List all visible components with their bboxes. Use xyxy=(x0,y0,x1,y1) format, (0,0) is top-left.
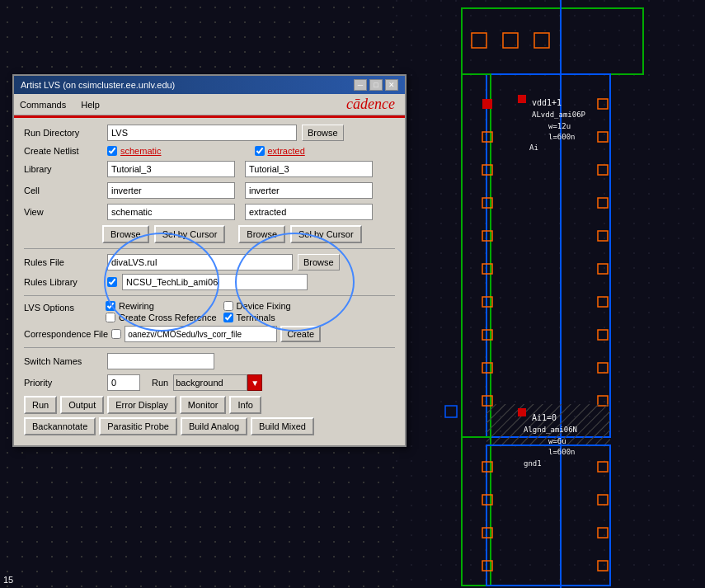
divider-2 xyxy=(24,295,395,296)
lvs-options-grid: Rewiring Device Fixing Create Cross Refe… xyxy=(106,301,334,322)
svg-text:ALvdd_ami06P: ALvdd_ami06P xyxy=(532,111,586,119)
svg-rect-30 xyxy=(518,95,526,103)
build-analog-button[interactable]: Build Analog xyxy=(181,417,247,435)
rules-file-label: Rules File xyxy=(24,257,102,267)
output-button[interactable]: Output xyxy=(60,396,104,414)
cadence-logo: cādence xyxy=(346,96,402,113)
rewiring-checkbox[interactable] xyxy=(106,301,115,311)
commands-menu[interactable]: Commands xyxy=(17,99,68,111)
titlebar: Artist LVS (on csimcluster.ee.unlv.edu) … xyxy=(14,76,405,94)
cell-row: Cell xyxy=(24,182,395,199)
run-button[interactable]: Run xyxy=(24,396,57,414)
divider-1 xyxy=(24,248,395,249)
svg-text:Ai1=0: Ai1=0 xyxy=(532,413,557,422)
run-directory-label: Run Directory xyxy=(24,128,102,138)
cross-reference-checkbox[interactable] xyxy=(106,313,115,322)
svg-rect-38 xyxy=(518,408,526,416)
browse-schematic-button[interactable]: Browse xyxy=(102,225,149,243)
run-directory-input[interactable] xyxy=(107,125,297,141)
device-fixing-option: Device Fixing xyxy=(223,301,335,311)
run-label: Run xyxy=(152,378,168,388)
browse-extracted-button[interactable]: Browse xyxy=(238,225,285,243)
svg-text:w=12u: w=12u xyxy=(548,122,571,130)
rules-file-input[interactable] xyxy=(107,254,293,270)
rules-file-browse-button[interactable]: Browse xyxy=(298,254,340,270)
rules-library-input[interactable] xyxy=(122,274,308,290)
svg-text:Ai: Ai xyxy=(529,143,538,152)
menubar: Commands Help cādence xyxy=(14,94,405,115)
rules-file-row: Rules File Browse xyxy=(24,254,395,270)
schematic-checkbox[interactable] xyxy=(107,146,117,156)
rules-library-checkbox[interactable] xyxy=(107,277,117,287)
correspondence-checkbox[interactable] xyxy=(111,329,121,339)
cell-extracted-input[interactable] xyxy=(245,182,373,199)
cell-schematic-input[interactable] xyxy=(107,182,235,199)
device-fixing-label: Device Fixing xyxy=(237,301,291,311)
device-fixing-checkbox[interactable] xyxy=(223,301,233,311)
svg-text:gnd1: gnd1 xyxy=(524,459,542,468)
maximize-button[interactable]: □ xyxy=(369,79,383,91)
minimize-button[interactable]: ─ xyxy=(354,79,367,91)
build-mixed-button[interactable]: Build Mixed xyxy=(251,417,314,435)
error-display-button[interactable]: Error Display xyxy=(107,396,176,414)
titlebar-text: Artist LVS (on csimcluster.ee.unlv.edu) xyxy=(21,80,175,90)
rules-library-row: Rules Library xyxy=(24,274,395,290)
terminals-checkbox[interactable] xyxy=(223,313,233,322)
library-label: Library xyxy=(24,164,102,174)
rules-library-label: Rules Library xyxy=(24,277,102,287)
svg-rect-10 xyxy=(482,99,492,109)
svg-text:l=600n: l=600n xyxy=(548,448,576,456)
run-directory-row: Run Directory Browse xyxy=(24,125,395,141)
view-row: View xyxy=(24,204,395,220)
sel-by-cursor-schematic-button[interactable]: Sel by Cursor xyxy=(154,225,226,243)
create-netlist-row: Create Netlist schematic extracted xyxy=(24,146,395,156)
svg-text:Algnd_ami06N: Algnd_ami06N xyxy=(524,426,577,434)
extracted-checkbox[interactable] xyxy=(255,146,265,156)
correspondence-row: Correspondence File Create xyxy=(24,326,395,342)
run-select-wrapper: background foreground ▼ xyxy=(173,374,262,391)
svg-text:vdd1+1: vdd1+1 xyxy=(532,98,562,107)
dialog-body: Run Directory Browse Create Netlist sche… xyxy=(14,118,405,445)
help-menu[interactable]: Help xyxy=(78,99,102,111)
info-button[interactable]: Info xyxy=(229,396,261,414)
view-extracted-input[interactable] xyxy=(245,204,373,220)
priority-run-row: Priority Run background foreground ▼ xyxy=(24,374,395,391)
monitor-button[interactable]: Monitor xyxy=(180,396,227,414)
circuit-diagram: vdd1+1 ALvdd_ami06P w=12u l=600n Ai Ai1=… xyxy=(396,0,705,588)
artist-lvs-dialog: Artist LVS (on csimcluster.ee.unlv.edu) … xyxy=(12,74,407,447)
svg-text:l=600n: l=600n xyxy=(548,133,576,141)
run-dropdown-button[interactable]: ▼ xyxy=(247,374,262,391)
terminals-label: Terminals xyxy=(237,313,275,322)
svg-rect-2 xyxy=(396,0,705,588)
library-schematic-input[interactable] xyxy=(107,161,235,177)
cross-reference-option: Create Cross Reference xyxy=(106,313,217,322)
cross-reference-label: Create Cross Reference xyxy=(119,313,217,322)
library-extracted-input[interactable] xyxy=(245,161,373,177)
terminals-option: Terminals xyxy=(223,313,335,322)
sel-by-cursor-extracted-button[interactable]: Sel by Cursor xyxy=(290,225,362,243)
footer-number: 15 xyxy=(3,575,13,585)
bottom-buttons-row-1: Run Output Error Display Monitor Info xyxy=(24,396,395,414)
correspondence-input[interactable] xyxy=(125,326,277,342)
library-row: Library xyxy=(24,161,395,177)
close-button[interactable]: ✕ xyxy=(385,79,398,91)
switch-names-input[interactable] xyxy=(107,353,214,369)
create-button[interactable]: Create xyxy=(280,326,321,342)
parasitic-probe-button[interactable]: Parasitic Probe xyxy=(99,417,177,435)
menu-items: Commands Help xyxy=(17,99,102,111)
divider-3 xyxy=(24,347,395,348)
lvs-options-row: LVS Options Rewiring Device Fixing Creat… xyxy=(24,301,395,322)
rewiring-label: Rewiring xyxy=(119,301,154,311)
view-schematic-input[interactable] xyxy=(107,204,235,220)
backannotate-button[interactable]: Backannotate xyxy=(24,417,96,435)
switch-names-row: Switch Names xyxy=(24,353,395,369)
extracted-label: extracted xyxy=(268,146,305,156)
run-directory-browse-button[interactable]: Browse xyxy=(302,125,344,141)
priority-input[interactable] xyxy=(107,374,140,391)
cell-label: Cell xyxy=(24,186,102,195)
view-label: View xyxy=(24,207,102,217)
browse-sel-row: Browse Sel by Cursor Browse Sel by Curso… xyxy=(102,225,395,243)
svg-text:w=6u: w=6u xyxy=(548,437,566,445)
run-select[interactable]: background foreground xyxy=(173,374,247,391)
lvs-options-label: LVS Options xyxy=(24,301,102,313)
